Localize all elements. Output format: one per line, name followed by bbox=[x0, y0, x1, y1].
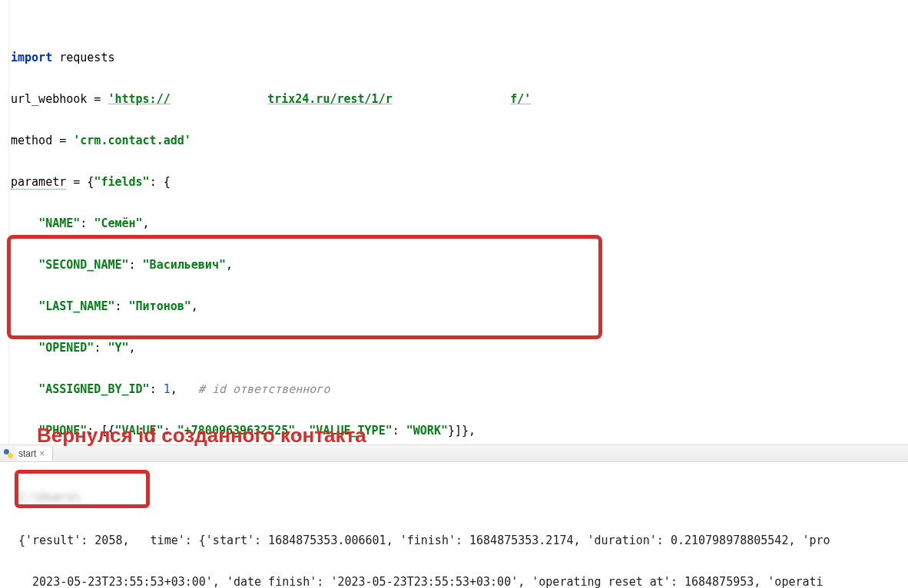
val: "Питонов" bbox=[129, 299, 191, 313]
val: "Семён" bbox=[94, 216, 142, 230]
key: "ASSIGNED_BY_ID" bbox=[38, 382, 150, 396]
var-parametr: parametr bbox=[11, 175, 66, 190]
key: "LAST_NAME" bbox=[38, 299, 114, 313]
punct: = { bbox=[66, 175, 94, 189]
string-url-hidden bbox=[171, 92, 267, 106]
var: method = bbox=[11, 134, 73, 147]
val: "WORK" bbox=[406, 424, 448, 438]
string-url-c: f/' bbox=[510, 92, 531, 106]
key: "OPENED" bbox=[38, 341, 94, 355]
run-tab[interactable]: start× bbox=[17, 447, 53, 461]
string: 'crm.contact.add' bbox=[73, 134, 191, 147]
blurred-path: C:\Users\ bbox=[18, 491, 81, 504]
code-line[interactable]: "NAME": "Семён", bbox=[11, 213, 908, 234]
result-fragment: time': {'start': 1684875353.006601, 'fin… bbox=[151, 533, 830, 547]
code-line[interactable]: "ASSIGNED_BY_ID": 1, # id ответственного bbox=[11, 379, 908, 400]
string-url-a: 'https:// bbox=[108, 92, 170, 106]
close-icon[interactable]: × bbox=[39, 448, 45, 459]
key: "SECOND_NAME" bbox=[38, 258, 128, 272]
python-icon bbox=[3, 448, 14, 459]
comment: # id ответственного bbox=[198, 382, 330, 396]
svg-point-0 bbox=[4, 448, 9, 454]
console-output[interactable]: C:\Users\ {'result': 2058, time': {'star… bbox=[0, 462, 908, 588]
annotation-label: Вернулся id созданного контакта bbox=[37, 424, 366, 448]
code-line[interactable]: "LAST_NAME": "Питонов", bbox=[11, 296, 908, 317]
num: 1 bbox=[164, 382, 171, 396]
svg-point-1 bbox=[8, 453, 13, 458]
result-fragment: {'result': 2058, bbox=[18, 533, 137, 547]
module-name: requests bbox=[52, 51, 114, 64]
code-line[interactable]: import requests bbox=[11, 48, 908, 68]
console-line: C:\Users\ bbox=[18, 487, 908, 508]
var: url_webhook = bbox=[11, 92, 108, 106]
string-url-b: trix24.ru/rest/1/r bbox=[267, 92, 393, 106]
punct: : { bbox=[150, 175, 171, 189]
console-line: {'result': 2058, time': {'start': 168487… bbox=[18, 530, 908, 551]
key: "fields" bbox=[94, 175, 149, 189]
code-line[interactable]: method = 'crm.contact.add' bbox=[11, 130, 908, 151]
console-line: 2023-05-23T23:55:53+03:00', 'date_finish… bbox=[18, 571, 908, 588]
val: "Y" bbox=[108, 341, 128, 355]
key: "NAME" bbox=[38, 216, 80, 230]
run-tab-label: start bbox=[18, 448, 36, 459]
code-line[interactable]: url_webhook = 'https:// trix24.ru/rest/1… bbox=[11, 89, 908, 110]
code-line[interactable]: "SECOND_NAME": "Васильевич", bbox=[11, 255, 908, 276]
val: "Васильевич" bbox=[143, 258, 226, 272]
result-fragment: 2023-05-23T23:55:53+03:00', 'date_finish… bbox=[32, 575, 823, 588]
keyword-import: import bbox=[11, 51, 52, 64]
code-line[interactable]: parametr = {"fields": { bbox=[11, 172, 908, 193]
code-line[interactable]: "OPENED": "Y", bbox=[11, 338, 908, 358]
string-url-hidden2 bbox=[393, 92, 511, 106]
